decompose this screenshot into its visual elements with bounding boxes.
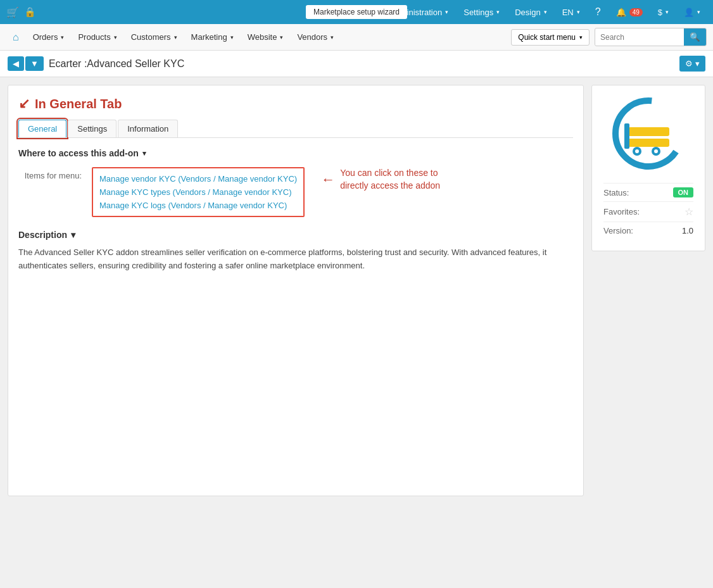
dollar-chevron: ▾ xyxy=(666,9,669,15)
user-menu[interactable]: 👤 ▾ xyxy=(678,5,707,20)
tab-information[interactable]: Information xyxy=(118,120,178,137)
second-navigation: ⌂ Orders ▾ Products ▾ Customers ▾ Market… xyxy=(0,24,713,51)
notification-badge: 49 xyxy=(629,8,643,16)
balloon-text: You can click on these to directly acces… xyxy=(340,167,440,192)
lock-icon: 🔒 xyxy=(24,6,36,18)
balloon-line1: You can click on these to xyxy=(340,167,440,180)
menu-link-2[interactable]: Manage KYC logs (Vendors / Manage vendor… xyxy=(99,199,297,212)
language-chevron: ▾ xyxy=(577,9,580,15)
annotation-heading: ↙ In General Tab xyxy=(18,96,573,112)
vendors-chevron: ▾ xyxy=(331,34,334,41)
orders-label: Orders xyxy=(33,32,58,42)
status-row: Status: ON xyxy=(603,183,693,201)
design-chevron: ▾ xyxy=(544,9,547,15)
marketplace-wizard-button[interactable]: Marketplace setup wizard xyxy=(306,5,407,19)
menu-link-0[interactable]: Manage vendor KYC (Vendors / Manage vend… xyxy=(99,172,297,185)
orders-chevron: ▾ xyxy=(61,34,64,41)
top-nav-left: 🛒 🔒 xyxy=(6,6,36,18)
menu-items-box: Manage vendor KYC (Vendors / Manage vend… xyxy=(92,167,305,217)
top-navigation: 🛒 🔒 Marketplace setup wizard Add-ons ▾ A… xyxy=(0,0,713,24)
settings-menu[interactable]: Settings ▾ xyxy=(457,5,506,20)
favorites-row: Favorites: ☆ xyxy=(603,201,693,222)
svg-point-6 xyxy=(635,149,639,153)
search-box: 🔍 xyxy=(595,28,707,46)
balloon-line2: directly access the addon xyxy=(340,180,440,192)
second-nav-right: Quick start menu ▾ 🔍 xyxy=(511,28,707,46)
design-menu[interactable]: Design ▾ xyxy=(508,5,553,20)
quick-start-label: Quick start menu xyxy=(518,33,576,42)
settings-label: Settings xyxy=(464,8,493,17)
dollar-menu[interactable]: $ ▾ xyxy=(652,5,675,20)
website-label: Website xyxy=(248,32,277,42)
language-label: EN xyxy=(562,8,574,17)
version-value: 1.0 xyxy=(682,226,693,235)
description-label: Description xyxy=(18,230,67,240)
forward-button[interactable]: ▼ xyxy=(25,56,44,71)
products-label: Products xyxy=(78,32,110,42)
customers-menu[interactable]: Customers ▾ xyxy=(125,28,184,46)
marketing-menu[interactable]: Marketing ▾ xyxy=(185,28,240,46)
favorites-cell: ☆ xyxy=(685,206,693,218)
settings-chevron: ▾ xyxy=(496,9,500,15)
help-icon[interactable]: ? xyxy=(589,4,607,20)
marketing-chevron: ▾ xyxy=(230,34,234,41)
user-chevron: ▾ xyxy=(697,9,700,15)
annotation-balloon: ← You can click on these to directly acc… xyxy=(321,167,440,192)
balloon-arrow-icon: ← xyxy=(321,172,335,188)
orders-menu[interactable]: Orders ▾ xyxy=(27,28,71,46)
administration-chevron: ▾ xyxy=(445,9,448,15)
favorites-label: Favorites: xyxy=(603,207,640,216)
version-row: Version: 1.0 xyxy=(603,222,693,239)
notifications-button[interactable]: 🔔 49 xyxy=(610,5,649,20)
website-menu[interactable]: Website ▾ xyxy=(241,28,290,46)
back-button[interactable]: ◀ xyxy=(8,56,24,71)
language-menu[interactable]: EN ▾ xyxy=(556,5,586,20)
search-input[interactable] xyxy=(595,30,684,45)
status-cell: ON xyxy=(673,187,694,197)
sidebar-panel: Status: ON Favorites: ☆ Version: 1.0 xyxy=(591,85,705,496)
status-label: Status: xyxy=(603,188,629,197)
where-to-access-label: Where to access this add-on xyxy=(18,148,139,158)
dollar-icon: $ xyxy=(658,8,662,17)
vendors-menu[interactable]: Vendors ▾ xyxy=(291,28,340,46)
version-label: Version: xyxy=(603,226,633,235)
design-label: Design xyxy=(515,8,540,17)
bell-icon: 🔔 xyxy=(616,8,626,17)
breadcrumb-bar: ◀ ▼ Ecarter :Advanced Seller KYC ⚙ ▾ xyxy=(0,51,713,77)
svg-rect-3 xyxy=(624,123,629,149)
tab-general[interactable]: General xyxy=(18,120,66,137)
menu-items-row: Items for menu: Manage vendor KYC (Vendo… xyxy=(18,167,573,217)
products-menu[interactable]: Products ▾ xyxy=(72,28,123,46)
svg-rect-1 xyxy=(628,127,669,136)
search-button[interactable]: 🔍 xyxy=(684,28,706,46)
status-toggle-button[interactable]: ON xyxy=(673,187,694,197)
annotation-arrow-icon: ↙ xyxy=(18,96,30,112)
breadcrumb-nav-buttons: ◀ ▼ xyxy=(8,56,44,71)
annotation-heading-text: In General Tab xyxy=(35,97,122,111)
where-to-access-caret: ▾ xyxy=(142,149,146,158)
quick-start-chevron: ▾ xyxy=(579,34,583,41)
user-icon: 👤 xyxy=(684,8,694,17)
items-for-menu-label: Items for menu: xyxy=(18,167,82,180)
tab-settings[interactable]: Settings xyxy=(68,120,117,137)
tabs-container: General Settings Information xyxy=(18,120,573,138)
products-chevron: ▾ xyxy=(114,34,117,41)
page-title: Ecarter :Advanced Seller KYC xyxy=(49,58,675,70)
home-icon[interactable]: ⌂ xyxy=(6,28,25,47)
where-to-access-heading: Where to access this add-on ▾ xyxy=(18,148,573,158)
description-heading: Description ▾ xyxy=(18,230,573,240)
description-section: Description ▾ The Advanced Seller KYC ad… xyxy=(18,230,573,273)
svg-rect-2 xyxy=(628,139,669,147)
marketing-label: Marketing xyxy=(191,32,227,42)
quick-start-button[interactable]: Quick start menu ▾ xyxy=(511,29,590,46)
svg-point-7 xyxy=(654,149,658,153)
favorites-star-icon[interactable]: ☆ xyxy=(685,206,693,217)
gear-dropdown-button[interactable]: ⚙ ▾ xyxy=(679,56,705,72)
menu-link-1[interactable]: Manage KYC types (Vendors / Manage vendo… xyxy=(99,185,297,199)
customers-chevron: ▾ xyxy=(174,34,177,41)
cart-icon: 🛒 xyxy=(6,6,19,18)
customers-label: Customers xyxy=(131,32,171,42)
main-container: ↙ In General Tab General Settings Inform… xyxy=(0,77,713,504)
addon-meta-table: Status: ON Favorites: ☆ Version: 1.0 xyxy=(602,182,695,241)
description-text: The Advanced Seller KYC addon streamline… xyxy=(18,246,573,273)
